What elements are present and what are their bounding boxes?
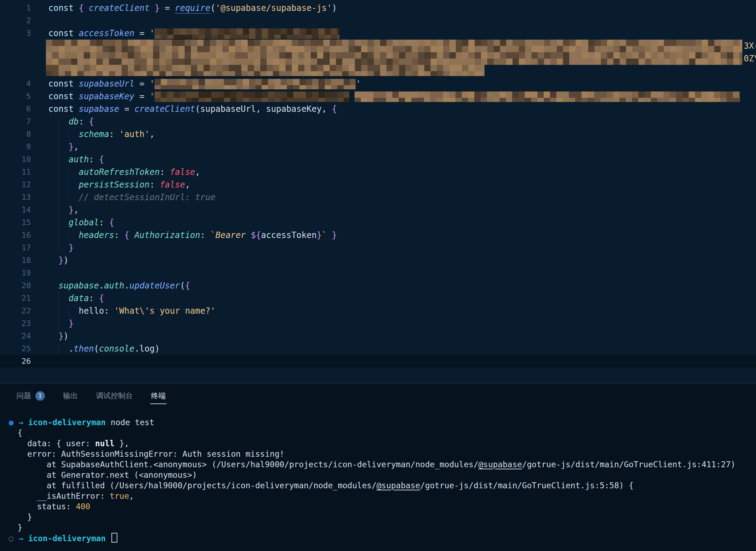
token: : [200,230,211,240]
token: schema [79,129,109,139]
token: const [48,28,79,38]
token: : [150,180,160,190]
code-wrap-line[interactable]: 0Z\ [0,52,756,65]
token: db [69,117,79,127]
indent-guide [59,166,59,178]
indent-guide [69,178,69,191]
code-text: schema: 'auth', [48,128,154,141]
code-text: const supabaseUrl = '' [48,77,361,90]
code-line[interactable]: 15 global: { [0,216,756,229]
token [48,306,79,316]
token: . [135,344,139,354]
token: 'What\'s your name?' [114,306,215,316]
line-number: 12 [0,178,31,191]
terminal-line: at Generator.next (<anonymous>) [18,470,756,480]
terminal-text: } [18,512,32,522]
code-line[interactable]: 25 .then(console.log) [0,342,756,355]
indent-guide [59,292,59,305]
token: supabase [79,104,119,114]
token [48,167,79,177]
code-line[interactable]: 6const supabase = createClient(supabaseU… [0,103,756,115]
line-number: 23 [0,317,31,330]
code-text: auth: { [48,153,104,166]
code-text: const accessToken = ' [48,27,339,40]
token: { [109,218,114,227]
code-line[interactable]: 18 }) [0,254,756,267]
token: ' [150,28,154,38]
redacted-token-block [46,40,742,52]
code-line[interactable]: 24 }) [0,330,756,342]
terminal-output[interactable]: ● → icon-deliveryman node test{ data: { … [0,409,756,543]
code-text: global: { [48,216,114,229]
token: createClient [89,3,150,13]
tab-terminal[interactable]: 终端 [150,388,166,404]
tab-problems[interactable]: 问题 1 [16,388,46,404]
file-link[interactable]: @supabase [478,460,522,469]
token: ) [154,344,159,354]
tab-output[interactable]: 输出 [62,388,78,404]
code-line[interactable]: 26 [0,355,756,368]
code-editor[interactable]: 1const { createClient } = require('@supa… [0,0,756,383]
tab-debug-console[interactable]: 调试控制台 [95,388,133,404]
code-line[interactable]: 10 auth: { [0,153,756,166]
code-line[interactable]: 21 data: { [0,292,756,305]
token: , [256,104,266,114]
code-line[interactable]: 7 db: { [0,115,756,128]
code-line[interactable]: 8 schema: 'auth', [0,128,756,141]
redacted-token-block [154,28,339,39]
code-line[interactable]: 13 // detectSessionInUrl: true [0,191,756,204]
token: require [175,3,210,13]
code-line[interactable]: 9 }, [0,141,756,153]
terminal-prompt-line: ○ → icon-deliveryman [9,533,756,543]
code-line[interactable]: 20 supabase.auth.updateUser({ [0,279,756,292]
terminal-text: at Generator.next (<anonymous>) [18,470,197,479]
code-line[interactable]: 4const supabaseUrl = '' [0,77,756,90]
redacted-token-block [154,91,349,102]
code-wrap-line[interactable] [0,65,756,77]
token: = [135,91,150,101]
code-line[interactable]: 22 hello: 'What\'s your name?' [0,305,756,317]
token: accessToken [79,28,135,38]
tab-output-label: 输出 [63,391,78,401]
line-number [0,65,31,77]
file-link[interactable]: @supabase [377,481,420,490]
code-line[interactable]: 2 [0,14,756,27]
token: auth [69,155,89,164]
terminal-text: icon-deliveryman [28,418,106,427]
code-line[interactable]: 3const accessToken = ' [0,27,756,40]
code-line[interactable]: 16 headers: { Authorization: `Bearer ${a… [0,229,756,242]
token: : [99,218,109,227]
terminal-text: ● [9,418,19,427]
code-line[interactable]: 19 [0,267,756,279]
code-line[interactable]: 5const supabaseKey = ' [0,90,756,103]
token: headers [79,230,114,240]
code-line[interactable]: 23 } [0,317,756,330]
tab-problems-label: 问题 [16,391,31,401]
terminal-text: at fulfilled (/Users/hal9000/projects/ic… [18,481,377,490]
code-line[interactable]: 11 autoRefreshToken: false, [0,166,756,178]
terminal-text: , [129,491,134,501]
line-number: 15 [0,216,31,229]
terminal-line: __isAuthError: true, [18,491,756,501]
token: '@supabase/supabase-js' [215,3,332,13]
indent-guide [69,191,69,204]
code-wrap-line[interactable]: 3X( [0,40,756,52]
token: { [89,117,94,127]
token [48,256,59,265]
token: : [114,230,124,240]
token: ${ [251,230,261,240]
token: { [79,3,89,13]
token: : [89,155,99,164]
terminal-line: { [18,428,756,438]
token: updateUser [129,281,180,291]
line-number: 22 [0,305,31,317]
code-line[interactable]: 17 } [0,242,756,254]
panel-tabs: 问题 1 输出 调试控制台 终端 [0,383,756,409]
terminal-text: node test [106,418,154,427]
code-line[interactable]: 14 }, [0,204,756,216]
code-line[interactable]: 12 persistSession: false, [0,178,756,191]
token [48,281,59,291]
code-line[interactable]: 1const { createClient } = require('@supa… [0,2,756,14]
code-text: } [48,242,74,254]
token: ` [322,230,327,240]
